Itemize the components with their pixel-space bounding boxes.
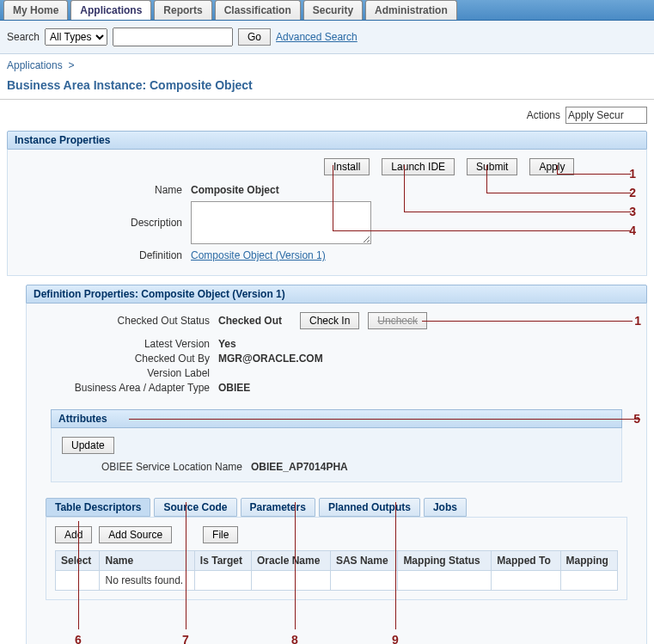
page-title: Business Area Instance: Composite Object [0,77,654,100]
attributes-header-label: Attributes [58,413,107,425]
checked-out-by-value: MGR@ORACLE.COM [218,353,323,365]
add-source-button[interactable]: Add Source [99,526,172,543]
instance-properties-body: Install Launch IDE Submit Apply Name Com… [7,150,647,276]
callout-line [333,230,631,231]
tab-applications[interactable]: Applications [70,0,151,20]
no-results-cell: No results found. [100,571,194,591]
tab-table-descriptors[interactable]: Table Descriptors [46,498,150,517]
callout-line [129,419,640,420]
actions-row: Actions Apply Secur [0,100,654,131]
tab-reports[interactable]: Reports [154,0,211,20]
callout-line [557,174,631,175]
tab-source-code[interactable]: Source Code [154,498,236,517]
name-label: Name [15,184,191,196]
col-sas-name[interactable]: SAS Name [330,551,397,571]
advanced-search-link[interactable]: Advanced Search [276,31,358,43]
breadcrumb: Applications > [0,54,654,77]
tab-my-home[interactable]: My Home [3,0,68,20]
callout-line [404,165,405,212]
business-area-label: Business Area / Adapter Type [34,382,218,394]
business-area-value: OBIEE [218,382,250,394]
search-input[interactable] [113,28,233,46]
callout-2: 2 [629,186,636,199]
table-descriptors-table: Select Name Is Target Oracle Name SAS Na… [55,550,618,591]
search-label: Search [7,31,40,43]
callout-line [295,502,296,629]
checked-out-status-label: Checked Out Status [34,315,218,327]
instance-action-buttons: Install Launch IDE Submit Apply [324,158,639,175]
callout-3: 3 [629,205,636,218]
tab-parameters[interactable]: Parameters [241,498,315,517]
col-mapping-status[interactable]: Mapping Status [398,551,492,571]
actions-select[interactable]: Apply Secur [565,107,647,124]
definition-label: Definition [15,249,191,261]
callout-line [422,321,633,322]
description-input[interactable] [191,201,371,244]
attributes-header: Attributes 5 [51,409,622,428]
top-navigation: My Home Applications Reports Classificat… [0,0,654,21]
callout-line [486,193,631,193]
search-bar: Search All Types Go Advanced Search [0,21,654,54]
callout-5: 5 [633,412,640,426]
col-mapping[interactable]: Mapping [560,551,617,571]
table-header-row: Select Name Is Target Oracle Name SAS Na… [56,551,618,571]
col-mapped-to[interactable]: Mapped To [492,551,560,571]
tab-security[interactable]: Security [303,0,363,20]
instance-properties-header: Instance Properties [7,131,647,150]
uncheck-button[interactable]: Uncheck [368,312,427,329]
table-row: No results found. [56,571,618,591]
callout-line [333,165,333,230]
breadcrumb-applications[interactable]: Applications [7,59,63,71]
callout-line [395,502,396,629]
tab-jobs[interactable]: Jobs [424,498,467,517]
callout-8: 8 [291,633,298,644]
check-in-button[interactable]: Check In [300,312,359,329]
col-name[interactable]: Name [100,551,194,571]
actions-label: Actions [527,109,560,121]
col-is-target[interactable]: Is Target [194,551,251,571]
search-go-button[interactable]: Go [238,28,271,46]
search-type-select[interactable]: All Types [45,28,107,46]
tab-administration[interactable]: Administration [365,0,457,20]
lower-buttons: Add Add Source File [55,526,618,543]
attributes-body: Update OBIEE Service Location Name OBIEE… [51,428,622,482]
callout-9: 9 [392,633,399,644]
callout-def-1: 1 [634,314,641,328]
callout-line [186,502,186,629]
attributes-section: Attributes 5 Update OBIEE Service Locati… [51,409,622,482]
callout-line [404,212,631,212]
add-button[interactable]: Add [55,526,92,543]
version-label-label: Version Label [34,367,218,379]
callout-line [557,165,558,174]
definition-properties-section: Definition Properties: Composite Object … [26,285,647,644]
name-value: Composite Object [191,184,279,196]
description-label: Description [15,217,191,229]
lower-body: Add Add Source File Select Name Is Targe… [46,517,627,600]
submit-button[interactable]: Submit [467,158,517,175]
definition-properties-header: Definition Properties: Composite Object … [26,285,647,304]
update-button[interactable]: Update [62,437,114,454]
definition-properties-body: Checked Out Status Checked Out Check In … [26,304,647,644]
callout-line [486,165,487,193]
service-location-value: OBIEE_AP7014PHA [251,461,348,473]
callout-line [78,521,79,629]
latest-version-value: Yes [218,338,236,350]
tab-classification[interactable]: Classification [215,0,301,20]
checked-out-by-label: Checked Out By [34,353,218,365]
checked-out-status-value: Checked Out [218,315,300,327]
col-oracle-name[interactable]: Oracle Name [251,551,330,571]
bottom-callouts: 6 7 8 9 [46,600,627,644]
callout-1: 1 [629,167,636,181]
instance-properties-section: Instance Properties Install Launch IDE S… [7,131,647,276]
breadcrumb-sep: > [68,59,74,71]
callout-7: 7 [182,633,189,644]
tab-planned-outputs[interactable]: Planned Outputs [319,498,420,517]
install-button[interactable]: Install [324,158,370,175]
lower-tabs: Table Descriptors Source Code Parameters… [46,498,627,517]
launch-ide-button[interactable]: Launch IDE [382,158,455,175]
callout-6: 6 [75,633,82,644]
apply-button[interactable]: Apply [529,158,574,175]
definition-link[interactable]: Composite Object (Version 1) [191,249,326,261]
latest-version-label: Latest Version [34,338,218,350]
file-button[interactable]: File [203,526,238,543]
